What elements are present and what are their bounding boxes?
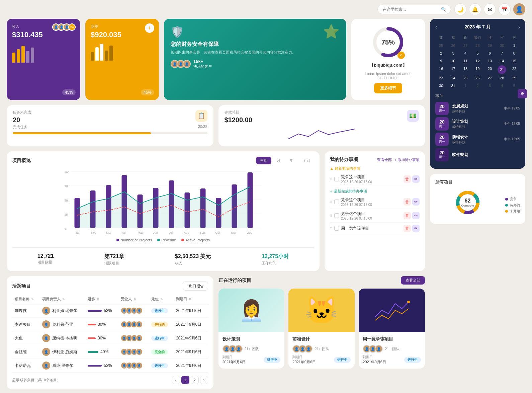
cal-day-21-today[interactable]: 21: [498, 65, 506, 74]
cal-day-2-next[interactable]: 2: [472, 82, 483, 89]
cal-day-16[interactable]: 16: [435, 65, 447, 74]
cal-day-3[interactable]: 3: [447, 50, 459, 57]
cal-day-29-prev[interactable]: 29: [484, 42, 496, 49]
tasks-progress-bg: [13, 132, 207, 134]
sort-assignee-icon[interactable]: ⇅: [134, 298, 136, 301]
todo-edit-1[interactable]: ✏: [412, 175, 420, 183]
todo-delete-3[interactable]: 🗑: [404, 212, 411, 219]
cal-day-24[interactable]: 24: [447, 75, 459, 82]
cal-day-1[interactable]: 1: [509, 42, 520, 49]
col-status: 龙位 ⇅: [149, 295, 173, 304]
pagination-next[interactable]: ›: [200, 376, 208, 384]
cal-day-18[interactable]: 18: [460, 65, 471, 74]
cal-day-5[interactable]: 5: [472, 50, 483, 57]
cal-prev-button[interactable]: ‹: [435, 24, 437, 30]
calendar-button[interactable]: 📅: [499, 3, 511, 15]
cal-day-13[interactable]: 13: [484, 58, 496, 65]
export-button[interactable]: ↑出口报告: [183, 282, 208, 291]
circle-detail-button[interactable]: 更多细节: [374, 83, 402, 93]
sort-due-icon[interactable]: ⇅: [189, 298, 191, 301]
view-all-button[interactable]: 查看全部: [401, 276, 425, 285]
tab-week[interactable]: 星期: [256, 157, 271, 164]
notification-button[interactable]: 🔔: [469, 3, 481, 15]
todo-delete-2[interactable]: 🗑: [404, 198, 411, 206]
cal-day-7[interactable]: 7: [496, 50, 508, 57]
todo-item-actions-3: 🗑 ✏: [404, 212, 420, 219]
cal-next-button[interactable]: ›: [518, 24, 520, 30]
cal-day-29[interactable]: 29: [509, 75, 520, 82]
owner-avatar-3: 👤: [42, 348, 50, 356]
mail-button[interactable]: ✉: [484, 3, 496, 15]
expense-add-button[interactable]: +: [145, 23, 154, 33]
cal-day-14[interactable]: 14: [496, 58, 508, 65]
cal-settings-button[interactable]: ⚙: [518, 89, 527, 98]
cal-day-26-prev[interactable]: 26: [447, 42, 459, 49]
cal-day-12[interactable]: 12: [472, 58, 483, 65]
pagination-page-2[interactable]: 2: [191, 376, 199, 384]
todo-edit-2[interactable]: ✏: [412, 198, 420, 206]
cal-day-27-prev[interactable]: 27: [460, 42, 471, 49]
donut-card: 所有项目 62 Compete: [430, 174, 525, 224]
cal-day-15[interactable]: 15: [509, 58, 520, 65]
cal-day-1-next[interactable]: 1: [460, 82, 471, 89]
cal-day-4-next[interactable]: 4: [496, 82, 508, 89]
pagination-page-1[interactable]: 1: [181, 376, 189, 384]
ap-title: 活跃项目: [12, 283, 31, 289]
cal-day-11[interactable]: 11: [460, 58, 471, 65]
sort-status-icon[interactable]: ⇅: [160, 298, 163, 301]
progress-bar-1: [88, 324, 96, 325]
theme-toggle-button[interactable]: 🌙: [454, 3, 466, 15]
tab-year[interactable]: 年: [286, 157, 297, 164]
todo-edit-3[interactable]: ✏: [412, 212, 420, 219]
event-title-3: 前端设计: [452, 134, 501, 140]
sort-progress-icon[interactable]: ⇅: [97, 298, 99, 301]
user-avatar[interactable]: 👤: [513, 3, 525, 15]
todo-add-button[interactable]: + 添加待办事项: [394, 157, 420, 162]
cal-day-30-prev[interactable]: 30: [496, 42, 508, 49]
sort-name-icon[interactable]: ⇅: [31, 298, 34, 301]
cal-day-28[interactable]: 28: [496, 75, 508, 82]
cal-day-19[interactable]: 19: [472, 65, 483, 74]
tab-all[interactable]: 全部: [299, 157, 314, 164]
table-row: 卡萨诺瓦 👤 威廉·里奇尔 53% 👤 👤 👤 👤 进行中 2021年9月6: [12, 359, 208, 373]
todo-delete-1[interactable]: 🗑: [404, 175, 411, 183]
cal-day-25-prev[interactable]: 25: [435, 42, 447, 49]
tab-month[interactable]: 月: [273, 157, 284, 164]
cal-day-10[interactable]: 10: [447, 58, 459, 65]
todo-view-all-button[interactable]: 查看全部: [377, 157, 392, 162]
todo-check-3[interactable]: [334, 213, 339, 218]
cal-day-25[interactable]: 25: [460, 75, 471, 82]
pagination-prev[interactable]: ‹: [172, 376, 180, 384]
cal-day-5-next[interactable]: 5: [509, 82, 520, 89]
cal-day-20[interactable]: 20: [484, 65, 496, 74]
cal-day-31[interactable]: 31: [447, 82, 459, 89]
todo-check-1[interactable]: [334, 177, 339, 181]
cal-day-2[interactable]: 2: [435, 50, 447, 57]
cal-day-17[interactable]: 17: [447, 65, 459, 74]
cal-day-8[interactable]: 8: [509, 50, 520, 57]
event-title-4: 软件规划: [452, 152, 517, 158]
cal-day-30[interactable]: 30: [435, 82, 447, 89]
tasks-value: 20: [13, 116, 207, 124]
chart-stat-active: 第721章 活跃项目: [104, 253, 124, 266]
todo-edit-4[interactable]: ✏: [412, 225, 420, 232]
drag-icon-3: ⠿: [330, 214, 332, 218]
cal-day-22[interactable]: 22: [509, 65, 520, 74]
cal-day-23[interactable]: 23: [435, 75, 447, 82]
cal-day-28-prev[interactable]: 28: [472, 42, 483, 49]
cal-day-27[interactable]: 27: [484, 75, 496, 82]
cal-day-3-next[interactable]: 3: [484, 82, 496, 89]
cal-day-6[interactable]: 6: [484, 50, 496, 57]
search-input[interactable]: [382, 7, 438, 12]
todo-check-2[interactable]: [334, 200, 339, 204]
sort-owner-icon[interactable]: ⇅: [62, 298, 65, 301]
cal-day-26[interactable]: 26: [472, 75, 483, 82]
bar-1: [12, 53, 15, 63]
chart-stat-hours: 12,275小时 工作时间: [262, 253, 289, 266]
event-title-2: 设计策划: [452, 119, 501, 125]
search-box[interactable]: 🔍: [377, 5, 451, 14]
cal-day-4[interactable]: 4: [460, 50, 471, 57]
todo-check-4[interactable]: [334, 226, 339, 231]
todo-delete-4[interactable]: 🗑: [404, 225, 411, 232]
cal-day-9[interactable]: 9: [435, 58, 447, 65]
